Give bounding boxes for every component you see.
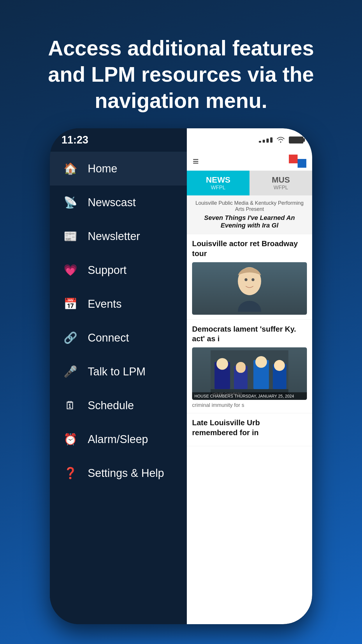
- microphone-icon: 🎤: [61, 363, 79, 380]
- nav-item-settings-help[interactable]: ❓ Settings & Help: [50, 456, 190, 490]
- nav-item-alarm-sleep[interactable]: ⏰ Alarm/Sleep: [50, 422, 190, 456]
- phone-mockup: 11:23 🏠 Home 📡 Newscast 📰 Newsletter 💗 S…: [50, 128, 312, 624]
- tab-music-wfpl[interactable]: MUS WFPL: [249, 171, 312, 195]
- svg-rect-7: [236, 362, 245, 373]
- nav-label-schedule: Schedule: [88, 399, 134, 412]
- nav-label-talk-to-lpm: Talk to LPM: [88, 365, 146, 378]
- home-icon: 🏠: [61, 160, 79, 177]
- hamburger-menu-button[interactable]: ≡: [193, 156, 199, 167]
- political-scene: HOUSE CHAMBERS: [192, 347, 307, 400]
- events-icon: 📅: [61, 295, 79, 313]
- svg-rect-9: [255, 356, 267, 368]
- logo-block-red: [289, 155, 298, 163]
- nav-label-alarm-sleep: Alarm/Sleep: [88, 433, 148, 446]
- newsletter-icon: 📰: [61, 228, 79, 245]
- content-header: ≡: [187, 152, 312, 171]
- nav-item-talk-to-lpm[interactable]: 🎤 Talk to LPM: [50, 355, 190, 388]
- nav-time: 11:23: [61, 134, 88, 146]
- content-panel: ≡ NEWS WFPL MUS WFPL Louisville: [187, 128, 312, 624]
- station-tabs: NEWS WFPL MUS WFPL: [187, 171, 312, 195]
- article-1[interactable]: Louisville actor ret Broadway tour: [187, 234, 312, 320]
- newscast-icon: 📡: [61, 194, 79, 211]
- tab-news-label: NEWS: [190, 175, 246, 185]
- alarm-icon: ⏰: [61, 430, 79, 448]
- signal-dot-1: [259, 141, 261, 143]
- svg-point-1: [245, 278, 247, 281]
- nav-label-connect: Connect: [88, 332, 129, 344]
- support-icon: 💗: [61, 261, 79, 279]
- nav-item-connect[interactable]: 🔗 Connect: [50, 321, 190, 355]
- nav-panel: 11:23 🏠 Home 📡 Newscast 📰 Newsletter 💗 S…: [50, 128, 190, 624]
- article-2-image: HOUSE CHAMBERS HOUSE CHAMBERS THURSDAY, …: [192, 347, 307, 400]
- nav-label-events: Events: [88, 298, 122, 310]
- nav-label-newscast: Newscast: [88, 196, 136, 209]
- content-status-bar: [187, 128, 312, 152]
- nav-status-bar: 11:23: [50, 128, 190, 152]
- signal-dot-3: [266, 139, 269, 143]
- nav-label-newsletter: Newsletter: [88, 230, 140, 243]
- tab-music-label: MUS: [253, 175, 309, 185]
- hero-section: Access additional features and LPM resou…: [0, 0, 362, 131]
- article-3-title: Late Louisville Urb remembered for in: [192, 418, 307, 438]
- tab-news-sub: WFPL: [190, 185, 246, 191]
- nav-item-newsletter[interactable]: 📰 Newsletter: [50, 219, 190, 253]
- article-3[interactable]: Late Louisville Urb remembered for in: [187, 413, 312, 446]
- nav-item-support[interactable]: 💗 Support: [50, 253, 190, 287]
- app-logo: [289, 155, 306, 168]
- nav-item-home[interactable]: 🏠 Home: [50, 152, 190, 186]
- phone-shell: 11:23 🏠 Home 📡 Newscast 📰 Newsletter 💗 S…: [50, 128, 312, 624]
- nav-label-home: Home: [88, 162, 117, 175]
- schedule-icon: 🗓: [61, 397, 79, 414]
- image-label-text: HOUSE CHAMBERS THURSDAY, JANUARY 25, 202…: [194, 394, 294, 398]
- featured-title: Seven Things I've Learned An Evening wit…: [192, 214, 307, 229]
- tab-music-sub: WFPL: [253, 185, 309, 191]
- signal-dots: [259, 137, 273, 143]
- nav-label-support: Support: [88, 264, 126, 276]
- svg-point-2: [252, 278, 254, 281]
- svg-rect-5: [217, 358, 228, 370]
- tab-news-wfpl[interactable]: NEWS WFPL: [187, 171, 249, 195]
- article-2[interactable]: Democrats lament 'suffer Ky. act' as i: [187, 320, 312, 414]
- article-1-image: [192, 262, 307, 315]
- article-2-image-label: HOUSE CHAMBERS THURSDAY, JANUARY 25, 202…: [192, 392, 307, 400]
- signal-dot-2: [263, 140, 265, 143]
- article-2-title: Democrats lament 'suffer Ky. act' as i: [192, 324, 307, 344]
- article-2-caption: criminal immunity for s: [192, 402, 307, 408]
- help-icon: ❓: [61, 464, 79, 482]
- nav-item-newscast[interactable]: 📡 Newscast: [50, 186, 190, 219]
- nav-label-settings-help: Settings & Help: [88, 467, 164, 480]
- svg-rect-11: [274, 360, 285, 371]
- featured-org: Louisville Public Media & Kentucky Perfo…: [192, 200, 307, 212]
- article-1-title: Louisville actor ret Broadway tour: [192, 239, 307, 259]
- hero-heading: Access additional features and LPM resou…: [35, 35, 327, 114]
- battery-icon: [289, 136, 303, 144]
- featured-event[interactable]: Louisville Public Media & Kentucky Perfo…: [187, 195, 312, 234]
- person-image: [192, 262, 307, 315]
- nav-item-schedule[interactable]: 🗓 Schedule: [50, 388, 190, 422]
- nav-item-events[interactable]: 📅 Events: [50, 287, 190, 321]
- connect-icon: 🔗: [61, 329, 79, 346]
- signal-dot-4: [270, 137, 273, 143]
- wifi-icon: [277, 135, 285, 145]
- logo-block-blue: [298, 159, 306, 168]
